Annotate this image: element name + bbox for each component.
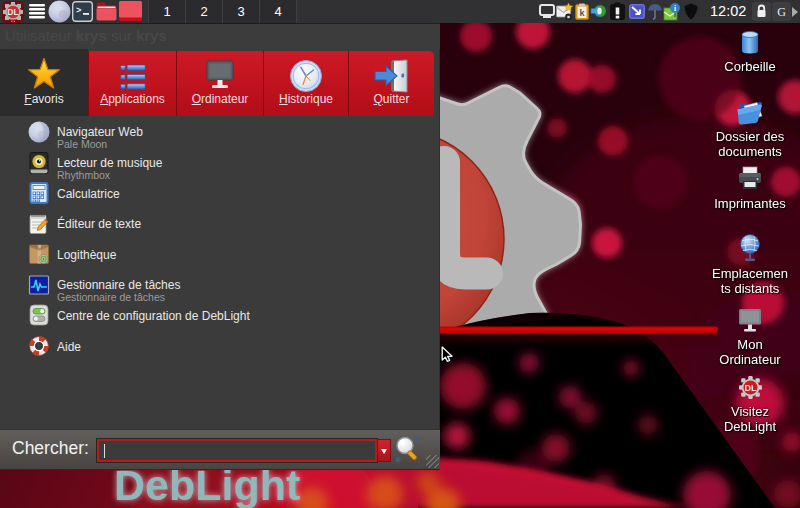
svg-text:G: G — [777, 5, 786, 19]
svg-text:DL: DL — [7, 7, 18, 17]
svg-text:i: i — [674, 4, 676, 13]
svg-text:>: > — [76, 6, 81, 16]
svg-text:DL: DL — [744, 383, 756, 393]
